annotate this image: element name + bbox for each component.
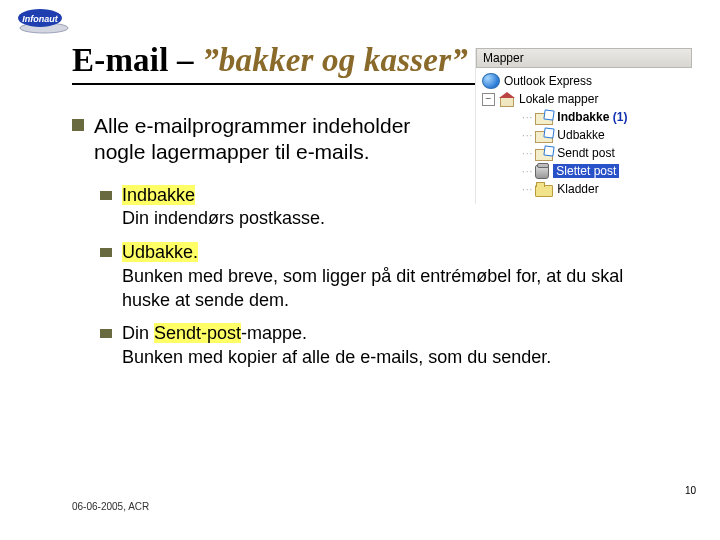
tree-root-label: Outlook Express	[504, 74, 592, 88]
tree-local-folders[interactable]: − Lokale mapper	[480, 90, 688, 108]
intro-bullet: Alle e-mailprogrammer indeholder nogle l…	[72, 113, 412, 166]
tree-local-label: Lokale mapper	[519, 92, 598, 106]
tree-inbox[interactable]: ··· Indbakke (1)	[480, 108, 688, 126]
tree-inbox-label: Indbakke	[557, 110, 609, 124]
title-italic: ”bakker og kasser”	[202, 42, 468, 78]
tree-inbox-count: (1)	[613, 110, 628, 124]
folder-tree-panel: Mapper Outlook Express − Lokale mapper ·…	[475, 48, 692, 204]
outlook-express-icon	[482, 73, 500, 89]
footer-date-author: 06-06-2005, ACR	[72, 501, 149, 512]
tree-outbox-label: Udbakke	[557, 128, 604, 142]
sub-bullet-sendtpost: Din Sendt-post-mappe.Bunken med kopier a…	[100, 322, 666, 370]
sub-head: Indbakke	[122, 185, 195, 205]
sub-pre: Din	[122, 323, 154, 343]
tree-header: Mapper	[476, 48, 692, 68]
sub-bullet-udbakke: Udbakke. Bunken med breve, som ligger på…	[100, 241, 666, 312]
bullet-icon	[100, 191, 112, 200]
tree-drafts-label: Kladder	[557, 182, 598, 196]
bullet-icon	[100, 329, 112, 338]
sub-head: Udbakke.	[122, 242, 198, 262]
drafts-icon	[535, 185, 553, 197]
title-plain: E-mail –	[72, 42, 202, 78]
collapse-icon[interactable]: −	[482, 93, 495, 106]
inbox-icon	[535, 113, 553, 125]
tree-connector-icon: ···	[522, 130, 533, 141]
tree-connector-icon: ···	[522, 184, 533, 195]
sub-body: Bunken med breve, som ligger på dit entr…	[122, 266, 623, 310]
sub-hl: Sendt-post	[154, 323, 241, 343]
tree-drafts[interactable]: ··· Kladder	[480, 180, 688, 198]
tree-root[interactable]: Outlook Express	[480, 72, 688, 90]
tree-connector-icon: ···	[522, 112, 533, 123]
page-number: 10	[685, 485, 696, 496]
tree-connector-icon: ···	[522, 148, 533, 159]
bullet-icon	[72, 119, 84, 131]
sent-icon	[535, 149, 553, 161]
outbox-icon	[535, 131, 553, 143]
tree-sent-label: Sendt post	[557, 146, 614, 160]
svg-text:Infonaut: Infonaut	[22, 14, 58, 24]
tree-outbox[interactable]: ··· Udbakke	[480, 126, 688, 144]
tree-sent[interactable]: ··· Sendt post	[480, 144, 688, 162]
tree-connector-icon: ···	[522, 166, 533, 177]
intro-text: Alle e-mailprogrammer indeholder nogle l…	[94, 113, 412, 166]
trash-icon	[535, 165, 549, 179]
infonaut-logo: Infonaut	[14, 8, 74, 38]
bullet-icon	[100, 248, 112, 257]
tree-deleted-label: Slettet post	[553, 164, 619, 178]
sub-body: Din indendørs postkasse.	[122, 208, 325, 228]
tree-deleted[interactable]: ··· Slettet post	[480, 162, 688, 180]
local-folders-icon	[499, 92, 515, 106]
